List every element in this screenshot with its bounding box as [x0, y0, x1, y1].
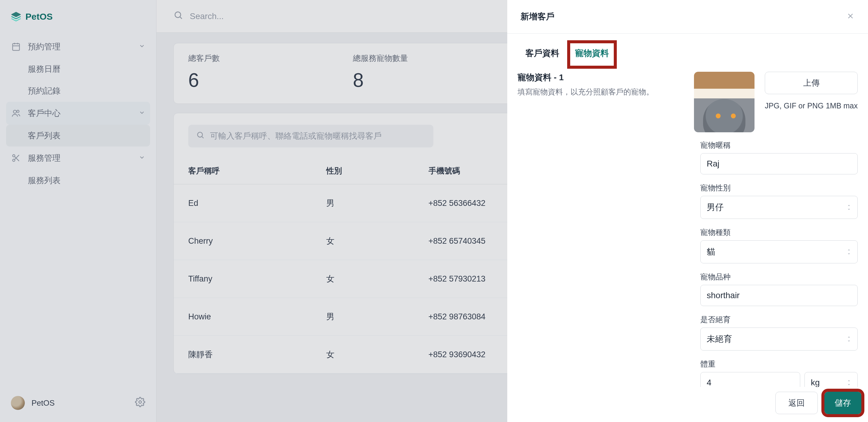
tab-label: 寵物資料 [575, 49, 609, 58]
input-breed[interactable] [707, 291, 851, 300]
tab-pet-info[interactable]: 寵物資料 [567, 40, 617, 69]
label-nickname: 寵物暱稱 [700, 140, 858, 150]
input-nickname[interactable] [707, 159, 851, 169]
label-breed: 寵物品种 [700, 272, 858, 282]
select-value: kg [811, 378, 846, 387]
chevron-updown-icon [846, 248, 851, 255]
select-value: 男仔 [707, 202, 846, 213]
chevron-updown-icon [846, 204, 851, 211]
label-species: 寵物種類 [700, 227, 858, 237]
save-button[interactable]: 儲存 [825, 392, 861, 414]
back-button[interactable]: 返回 [775, 392, 818, 414]
select-weight-unit[interactable]: kg [804, 372, 858, 387]
select-value: 未絕育 [707, 333, 846, 345]
button-label: 儲存 [835, 398, 851, 408]
label-gender: 寵物性別 [700, 183, 858, 193]
drawer-footer: 返回 儲存 [507, 387, 868, 422]
select-species[interactable]: 貓 [700, 240, 858, 263]
select-gender[interactable]: 男仔 [700, 196, 858, 219]
chevron-updown-icon [846, 379, 851, 386]
add-customer-drawer: 新增客戶 客戶資料 寵物資料 寵物資料 - 1 填寫寵物資料，以充分照顧客戶的寵… [507, 0, 868, 422]
pet-section-header: 寵物資料 - 1 填寫寵物資料，以充分照顧客戶的寵物。 [518, 72, 675, 132]
upload-hint: JPG, GIF or PNG 1MB max [765, 101, 858, 110]
label-weight: 體重 [700, 359, 858, 369]
input-weight[interactable] [707, 378, 794, 387]
upload-button[interactable]: 上傳 [765, 72, 858, 94]
chevron-updown-icon [846, 336, 851, 342]
section-desc: 填寫寵物資料，以充分照顧客戶的寵物。 [518, 87, 675, 97]
drawer-header: 新增客戶 [507, 0, 868, 34]
section-title: 寵物資料 - 1 [518, 72, 675, 83]
close-icon[interactable] [846, 11, 855, 22]
tab-label: 客戶資料 [525, 49, 559, 58]
select-neutered[interactable]: 未絕育 [700, 328, 858, 351]
pet-photo[interactable] [694, 72, 754, 132]
button-label: 上傳 [803, 79, 819, 88]
tab-customer-info[interactable]: 客戶資料 [518, 40, 567, 69]
label-neutered: 是否絕育 [700, 314, 858, 325]
select-value: 貓 [707, 246, 846, 258]
drawer-tabs: 客戶資料 寵物資料 [518, 40, 858, 69]
drawer-title: 新增客戶 [521, 11, 554, 22]
button-label: 返回 [788, 398, 805, 408]
